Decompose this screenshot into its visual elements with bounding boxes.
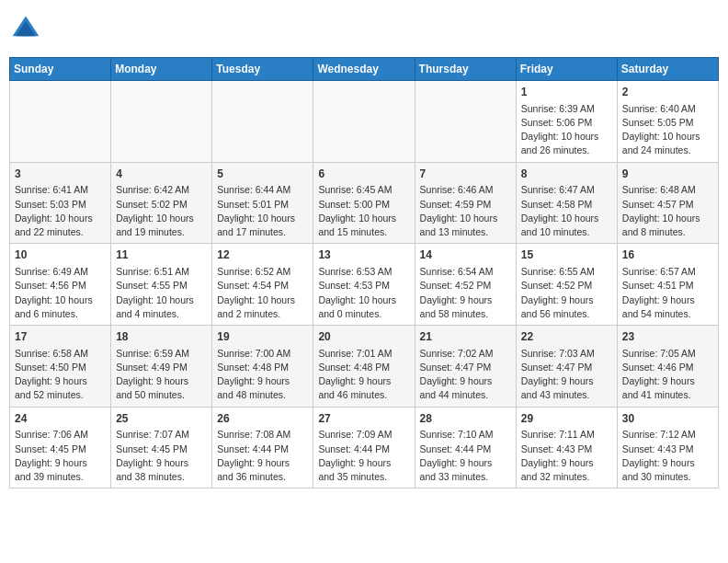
logo <box>9 13 46 46</box>
day-number: 20 <box>318 329 409 345</box>
day-number: 18 <box>116 329 207 345</box>
calendar-cell: 14Sunrise: 6:54 AM Sunset: 4:52 PM Dayli… <box>415 244 516 326</box>
day-info: Sunrise: 7:12 AM Sunset: 4:43 PM Dayligh… <box>622 428 713 484</box>
calendar-cell <box>415 81 516 163</box>
calendar-cell: 2Sunrise: 6:40 AM Sunset: 5:05 PM Daylig… <box>617 81 718 163</box>
calendar-cell: 26Sunrise: 7:08 AM Sunset: 4:44 PM Dayli… <box>212 407 313 488</box>
calendar-cell: 6Sunrise: 6:45 AM Sunset: 5:00 PM Daylig… <box>313 162 415 244</box>
day-number: 1 <box>521 85 612 100</box>
day-info: Sunrise: 7:08 AM Sunset: 4:44 PM Dayligh… <box>217 428 308 484</box>
day-number: 26 <box>217 411 308 427</box>
day-number: 2 <box>622 85 713 100</box>
calendar-cell: 7Sunrise: 6:46 AM Sunset: 4:59 PM Daylig… <box>415 162 516 244</box>
day-info: Sunrise: 6:45 AM Sunset: 5:00 PM Dayligh… <box>318 183 409 239</box>
day-info: Sunrise: 6:47 AM Sunset: 4:58 PM Dayligh… <box>521 183 612 239</box>
day-info: Sunrise: 6:46 AM Sunset: 4:59 PM Dayligh… <box>420 183 511 239</box>
day-number: 13 <box>318 247 409 263</box>
day-number: 7 <box>420 167 511 182</box>
day-number: 21 <box>420 329 511 345</box>
day-number: 10 <box>15 247 106 263</box>
day-number: 16 <box>622 247 713 263</box>
day-number: 22 <box>521 329 612 345</box>
day-info: Sunrise: 7:07 AM Sunset: 4:45 PM Dayligh… <box>116 428 207 484</box>
day-info: Sunrise: 7:00 AM Sunset: 4:48 PM Dayligh… <box>217 347 308 403</box>
calendar-cell: 9Sunrise: 6:48 AM Sunset: 4:57 PM Daylig… <box>617 162 718 244</box>
calendar-cell: 18Sunrise: 6:59 AM Sunset: 4:49 PM Dayli… <box>111 326 212 408</box>
day-info: Sunrise: 6:51 AM Sunset: 4:55 PM Dayligh… <box>116 265 207 321</box>
calendar-cell: 29Sunrise: 7:11 AM Sunset: 4:43 PM Dayli… <box>516 407 617 488</box>
calendar-cell <box>212 81 313 163</box>
calendar-cell: 17Sunrise: 6:58 AM Sunset: 4:50 PM Dayli… <box>10 326 111 408</box>
weekday-header: Saturday <box>617 58 718 81</box>
day-number: 9 <box>622 167 713 182</box>
day-info: Sunrise: 7:02 AM Sunset: 4:47 PM Dayligh… <box>420 347 511 403</box>
svg-rect-2 <box>21 29 31 36</box>
weekday-header: Monday <box>111 58 212 81</box>
day-number: 3 <box>15 167 106 182</box>
calendar-cell: 16Sunrise: 6:57 AM Sunset: 4:51 PM Dayli… <box>617 244 718 326</box>
day-info: Sunrise: 7:11 AM Sunset: 4:43 PM Dayligh… <box>521 428 612 484</box>
weekday-header: Wednesday <box>313 58 415 81</box>
day-number: 29 <box>521 411 612 427</box>
day-info: Sunrise: 6:59 AM Sunset: 4:49 PM Dayligh… <box>116 347 207 403</box>
day-number: 19 <box>217 329 308 345</box>
day-number: 15 <box>521 247 612 263</box>
day-info: Sunrise: 6:49 AM Sunset: 4:56 PM Dayligh… <box>15 265 106 321</box>
calendar-week-row: 10Sunrise: 6:49 AM Sunset: 4:56 PM Dayli… <box>10 244 719 326</box>
day-info: Sunrise: 6:44 AM Sunset: 5:01 PM Dayligh… <box>217 183 308 239</box>
calendar-cell: 11Sunrise: 6:51 AM Sunset: 4:55 PM Dayli… <box>111 244 212 326</box>
calendar-cell: 3Sunrise: 6:41 AM Sunset: 5:03 PM Daylig… <box>10 162 111 244</box>
calendar-cell <box>111 81 212 163</box>
day-number: 4 <box>116 167 207 182</box>
weekday-header: Sunday <box>10 58 111 81</box>
day-number: 14 <box>420 247 511 263</box>
day-info: Sunrise: 7:03 AM Sunset: 4:47 PM Dayligh… <box>521 347 612 403</box>
calendar-week-row: 17Sunrise: 6:58 AM Sunset: 4:50 PM Dayli… <box>10 326 719 408</box>
day-info: Sunrise: 7:05 AM Sunset: 4:46 PM Dayligh… <box>622 347 713 403</box>
day-info: Sunrise: 6:55 AM Sunset: 4:52 PM Dayligh… <box>521 265 612 321</box>
calendar-cell: 20Sunrise: 7:01 AM Sunset: 4:48 PM Dayli… <box>313 326 415 408</box>
day-number: 8 <box>521 167 612 182</box>
calendar-cell: 22Sunrise: 7:03 AM Sunset: 4:47 PM Dayli… <box>516 326 617 408</box>
day-number: 5 <box>217 167 308 182</box>
day-info: Sunrise: 6:53 AM Sunset: 4:53 PM Dayligh… <box>318 265 409 321</box>
logo-icon <box>9 13 42 46</box>
weekday-header: Tuesday <box>212 58 313 81</box>
day-number: 12 <box>217 247 308 263</box>
day-info: Sunrise: 6:41 AM Sunset: 5:03 PM Dayligh… <box>15 183 106 239</box>
calendar-cell: 8Sunrise: 6:47 AM Sunset: 4:58 PM Daylig… <box>516 162 617 244</box>
day-info: Sunrise: 7:10 AM Sunset: 4:44 PM Dayligh… <box>420 428 511 484</box>
day-info: Sunrise: 6:57 AM Sunset: 4:51 PM Dayligh… <box>622 265 713 321</box>
day-info: Sunrise: 6:52 AM Sunset: 4:54 PM Dayligh… <box>217 265 308 321</box>
day-info: Sunrise: 7:06 AM Sunset: 4:45 PM Dayligh… <box>15 428 106 484</box>
calendar-header-row: SundayMondayTuesdayWednesdayThursdayFrid… <box>10 58 719 81</box>
day-info: Sunrise: 6:58 AM Sunset: 4:50 PM Dayligh… <box>15 347 106 403</box>
day-number: 6 <box>318 167 409 182</box>
day-number: 24 <box>15 411 106 427</box>
day-number: 28 <box>420 411 511 427</box>
calendar-cell: 12Sunrise: 6:52 AM Sunset: 4:54 PM Dayli… <box>212 244 313 326</box>
calendar-week-row: 24Sunrise: 7:06 AM Sunset: 4:45 PM Dayli… <box>10 407 719 488</box>
calendar-cell: 19Sunrise: 7:00 AM Sunset: 4:48 PM Dayli… <box>212 326 313 408</box>
day-info: Sunrise: 6:40 AM Sunset: 5:05 PM Dayligh… <box>622 102 713 158</box>
calendar-cell: 24Sunrise: 7:06 AM Sunset: 4:45 PM Dayli… <box>10 407 111 488</box>
day-number: 25 <box>116 411 207 427</box>
calendar-cell: 21Sunrise: 7:02 AM Sunset: 4:47 PM Dayli… <box>415 326 516 408</box>
calendar-cell: 28Sunrise: 7:10 AM Sunset: 4:44 PM Dayli… <box>415 407 516 488</box>
page-header <box>9 9 719 50</box>
calendar-table: SundayMondayTuesdayWednesdayThursdayFrid… <box>9 57 719 488</box>
calendar-cell: 13Sunrise: 6:53 AM Sunset: 4:53 PM Dayli… <box>313 244 415 326</box>
day-info: Sunrise: 6:39 AM Sunset: 5:06 PM Dayligh… <box>521 102 612 158</box>
calendar-cell: 30Sunrise: 7:12 AM Sunset: 4:43 PM Dayli… <box>617 407 718 488</box>
calendar-cell: 25Sunrise: 7:07 AM Sunset: 4:45 PM Dayli… <box>111 407 212 488</box>
calendar-cell: 23Sunrise: 7:05 AM Sunset: 4:46 PM Dayli… <box>617 326 718 408</box>
calendar-cell: 4Sunrise: 6:42 AM Sunset: 5:02 PM Daylig… <box>111 162 212 244</box>
calendar-cell: 1Sunrise: 6:39 AM Sunset: 5:06 PM Daylig… <box>516 81 617 163</box>
calendar-cell: 5Sunrise: 6:44 AM Sunset: 5:01 PM Daylig… <box>212 162 313 244</box>
day-number: 23 <box>622 329 713 345</box>
day-info: Sunrise: 6:48 AM Sunset: 4:57 PM Dayligh… <box>622 183 713 239</box>
calendar-cell: 27Sunrise: 7:09 AM Sunset: 4:44 PM Dayli… <box>313 407 415 488</box>
calendar-week-row: 1Sunrise: 6:39 AM Sunset: 5:06 PM Daylig… <box>10 81 719 163</box>
day-info: Sunrise: 7:09 AM Sunset: 4:44 PM Dayligh… <box>318 428 409 484</box>
calendar-week-row: 3Sunrise: 6:41 AM Sunset: 5:03 PM Daylig… <box>10 162 719 244</box>
